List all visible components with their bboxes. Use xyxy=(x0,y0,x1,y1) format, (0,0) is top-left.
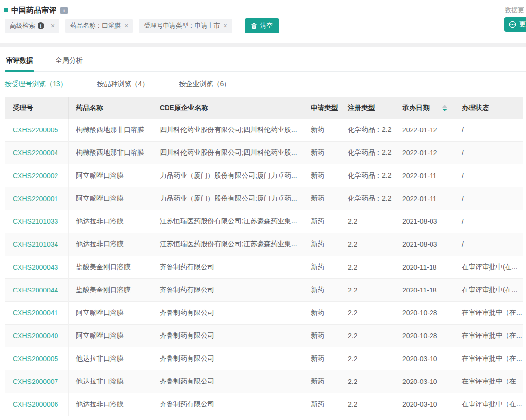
table-row: CXHS2200001 阿立哌唑口溶膜 力品药业（厦门）股份有限公司;厦门力卓药… xyxy=(5,187,523,210)
cell-status: / xyxy=(454,119,523,142)
cell-cde-company: 齐鲁制药有限公司 xyxy=(152,347,303,370)
cell-application-type: 新药 xyxy=(303,347,340,370)
col-header-registration-type: 注册类型 xyxy=(340,97,395,119)
cell-application-type: 新药 xyxy=(303,302,340,325)
cell-status: 在审评审批中(在... xyxy=(454,256,523,279)
filter-tag-advanced-search[interactable]: 高级检索 i × xyxy=(5,19,59,33)
info-icon[interactable]: i xyxy=(60,7,68,14)
cell-application-type: 新药 xyxy=(303,370,340,393)
cell-registration-type: 2.2 xyxy=(340,370,395,393)
cell-undertake-date: 2022-01-11 xyxy=(395,187,454,210)
cell-acceptance-number-link[interactable]: CXHS2000005 xyxy=(13,355,58,363)
cell-acceptance-number-link[interactable]: CXHS2200001 xyxy=(13,195,58,202)
more-circle-icon xyxy=(509,21,516,28)
col-header-application-type: 申请类型 xyxy=(303,97,340,119)
cell-registration-type: 化学药品：2.2 xyxy=(340,119,395,142)
filter-row: 高级检索 i × 药品名称：口溶膜 × 受理号申请类型：申请上市 × 清空 xyxy=(5,18,526,33)
table-header-row: 受理号 药品名称 CDE原企业名称 申请类型 注册类型 承办日期 办理状态 xyxy=(5,97,523,119)
cell-drug-name: 阿立哌唑口溶膜 xyxy=(69,164,152,187)
cell-application-type: 新药 xyxy=(303,256,340,279)
col-header-undertake-date: 承办日期 xyxy=(395,97,454,119)
col-header-drug-name: 药品名称 xyxy=(69,97,152,119)
title-row: 中国药品审评 i xyxy=(0,0,526,15)
table-row: CXHS2000043 盐酸美金刚口溶膜 齐鲁制药有限公司 新药 2.2 202… xyxy=(5,256,523,279)
cell-registration-type: 2.2 xyxy=(340,347,395,370)
subtab-by-acceptance-number[interactable]: 按受理号浏览（13） xyxy=(5,80,67,89)
cell-registration-type: 2.2 xyxy=(340,393,395,416)
cell-drug-name: 他达拉非口溶膜 xyxy=(69,210,152,233)
table-row: CXHS2000005 他达拉非口溶膜 齐鲁制药有限公司 新药 2.2 2020… xyxy=(5,347,523,370)
cell-cde-company: 齐鲁制药有限公司 xyxy=(152,325,303,347)
cell-acceptance-number-link[interactable]: CXHS2000043 xyxy=(13,263,58,271)
cell-undertake-date: 2022-01-12 xyxy=(395,119,454,142)
tab-review-data[interactable]: 审评数据 xyxy=(5,56,34,71)
cell-undertake-date: 2022-01-12 xyxy=(395,142,454,164)
cell-acceptance-number-link[interactable]: CXHS2000006 xyxy=(13,401,58,408)
col-header-undertake-date-label: 承办日期 xyxy=(402,104,430,112)
trash-icon xyxy=(251,23,257,29)
cell-drug-name: 阿立哌唑口溶膜 xyxy=(69,187,152,210)
title-bullet-icon xyxy=(4,8,8,12)
more-button-label: 更多 xyxy=(519,20,526,29)
page-title: 中国药品审评 xyxy=(11,6,56,15)
table-row: CXHS2200002 阿立哌唑口溶膜 力品药业（厦门）股份有限公司;厦门力卓药… xyxy=(5,164,523,187)
cell-application-type: 新药 xyxy=(303,119,340,142)
col-header-cde-company: CDE原企业名称 xyxy=(152,97,303,119)
close-icon[interactable]: × xyxy=(124,22,128,29)
cell-status: 在审评审批中（在... xyxy=(454,302,523,325)
data-update-label: 数据更 xyxy=(505,6,524,15)
subtab-by-company[interactable]: 按企业浏览（6） xyxy=(179,80,230,89)
tab-global-analysis[interactable]: 全局分析 xyxy=(55,56,84,71)
cell-acceptance-number-link[interactable]: CXHS2101033 xyxy=(13,218,58,225)
cell-undertake-date: 2021-08-03 xyxy=(395,233,454,256)
cell-cde-company: 齐鲁制药有限公司 xyxy=(152,302,303,325)
cell-registration-type: 2.2 xyxy=(340,256,395,279)
clear-button-label: 清空 xyxy=(260,21,273,30)
cell-application-type: 新药 xyxy=(303,164,340,187)
table-row: CXHS2000040 阿立哌唑口溶膜 齐鲁制药有限公司 新药 2.2 2020… xyxy=(5,325,523,347)
table-row: CXHS2000006 他达拉非口溶膜 齐鲁制药有限公司 新药 2.2 2020… xyxy=(5,393,523,416)
cell-cde-company: 齐鲁制药有限公司 xyxy=(152,256,303,279)
cell-application-type: 新药 xyxy=(303,233,340,256)
cell-acceptance-number-link[interactable]: CXHS2000041 xyxy=(13,309,58,317)
cell-status: / xyxy=(454,187,523,210)
sort-desc-icon[interactable] xyxy=(442,109,447,111)
results-table: 受理号 药品名称 CDE原企业名称 申请类型 注册类型 承办日期 办理状态 xyxy=(5,97,523,416)
cell-cde-company: 力品药业（厦门）股份有限公司;厦门力卓药... xyxy=(152,164,303,187)
sort-icon[interactable] xyxy=(442,105,447,111)
cell-acceptance-number-link[interactable]: CXHS2200004 xyxy=(13,149,58,157)
col-header-acceptance-number: 受理号 xyxy=(5,97,69,119)
cell-drug-name: 阿立哌唑口溶膜 xyxy=(69,302,152,325)
cell-registration-type: 2.2 xyxy=(340,279,395,302)
cell-application-type: 新药 xyxy=(303,187,340,210)
cell-status: / xyxy=(454,210,523,233)
sort-asc-icon[interactable] xyxy=(442,105,447,108)
more-button[interactable]: 更多 xyxy=(504,17,526,32)
subtab-by-variety[interactable]: 按品种浏览（4） xyxy=(97,80,149,89)
cell-status: / xyxy=(454,142,523,164)
cell-acceptance-number-link[interactable]: CXHS2000040 xyxy=(13,332,58,340)
cell-acceptance-number-link[interactable]: CXHS2101034 xyxy=(13,240,58,248)
close-icon[interactable]: × xyxy=(223,22,227,29)
cell-drug-name: 盐酸美金刚口溶膜 xyxy=(69,256,152,279)
cell-undertake-date: 2022-01-11 xyxy=(395,164,454,187)
table-row: CXHS2000007 他达拉非口溶膜 齐鲁制药有限公司 新药 2.2 2020… xyxy=(5,370,523,393)
tabs-row: 审评数据 全局分析 xyxy=(5,56,526,72)
cell-drug-name: 他达拉非口溶膜 xyxy=(69,393,152,416)
clear-button[interactable]: 清空 xyxy=(245,18,279,33)
cell-status: 在审评审批中(在... xyxy=(454,279,523,302)
cell-application-type: 新药 xyxy=(303,210,340,233)
cell-drug-name: 阿立哌唑口溶膜 xyxy=(69,325,152,347)
cell-acceptance-number-link[interactable]: CXHS2200002 xyxy=(13,172,58,180)
close-icon[interactable]: × xyxy=(51,22,55,29)
cell-status: 在审评审批中（在... xyxy=(454,393,523,416)
cell-acceptance-number-link[interactable]: CXHS2000044 xyxy=(13,286,58,294)
cell-registration-type: 2.2 xyxy=(340,210,395,233)
cell-acceptance-number-link[interactable]: CXHS2200005 xyxy=(13,126,58,134)
filter-tag-application-type[interactable]: 受理号申请类型：申请上市 × xyxy=(139,19,232,33)
cell-registration-type: 化学药品：2.2 xyxy=(340,164,395,187)
cell-acceptance-number-link[interactable]: CXHS2000007 xyxy=(13,378,58,385)
cell-registration-type: 化学药品：2.2 xyxy=(340,187,395,210)
top-section: 中国药品审评 i 数据更 高级检索 i × 药品名称：口溶膜 × 受理号申请类型… xyxy=(0,0,526,43)
filter-tag-drug-name[interactable]: 药品名称：口溶膜 × xyxy=(65,19,133,33)
